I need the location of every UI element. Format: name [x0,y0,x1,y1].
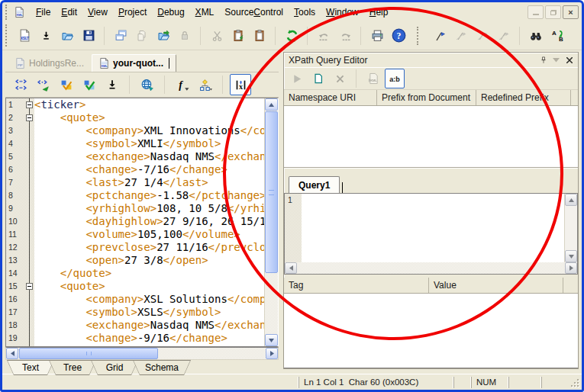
menu-file[interactable]: File [31,5,56,19]
code-line[interactable]: 15 <quote> [6,280,278,293]
scroll-down-button[interactable] [265,334,278,346]
namespace-column-header[interactable]: Prefix from Document [377,90,476,105]
new-document-dropdown-button[interactable] [35,25,56,47]
query-vertical-scrollbar[interactable] [564,194,577,262]
scroll-left-button[interactable] [6,348,18,359]
code-line[interactable]: 10 <dayhighlow>27 9/16, 26 15/16</dayhig… [6,215,278,228]
fold-column[interactable] [24,280,34,293]
panel-title-bar[interactable]: XPath Query Editor [284,53,578,67]
open-file-button[interactable] [56,25,78,47]
new-query-button[interactable] [308,69,328,88]
validate-schema-button[interactable] [79,74,100,95]
menu-project[interactable]: Project [113,5,152,19]
scroll-right-button[interactable] [266,348,278,359]
menu-xml[interactable]: XML [190,5,220,19]
query-scroll-down-button[interactable] [565,250,577,262]
query-tab[interactable]: Query1 [289,176,340,193]
find-replace-button[interactable]: AB [547,25,568,47]
editor-vertical-scrollbar[interactable] [264,98,278,346]
code-line[interactable]: 6 <change>-7/16</change> [6,163,278,176]
code-line[interactable]: 13 <open>27 3/8</open> [6,254,278,267]
paste-append-button[interactable] [227,25,249,47]
schema-diagram-button[interactable] [195,74,216,95]
query-scroll-up-button[interactable] [565,194,577,206]
query-editor[interactable]: 1 [284,193,578,262]
menu-debug[interactable]: Debug [152,5,189,19]
query-scroll-right-button[interactable] [565,262,577,274]
query-scroll-left-button[interactable] [285,262,297,274]
view-tab-schema[interactable]: Schema [133,360,191,375]
format-indent-xml-button[interactable] [10,74,31,95]
validate-document-button[interactable] [56,74,77,95]
document-tab-2[interactable]: XMLyour-quot... [92,54,176,72]
document-tab-1[interactable]: PIPHoldingsRe... [8,55,90,72]
code-line[interactable]: 3 <company>XML Innovations</company> [6,124,278,137]
vertical-scroll-thumb[interactable] [265,111,278,273]
insert-function-button[interactable]: f [172,74,193,95]
new-xslt-document-button[interactable]: XSLT [14,25,35,47]
chevron-down-icon[interactable] [550,55,562,66]
panel-close-icon[interactable] [563,55,575,66]
collapse-toggle-icon[interactable] [26,114,33,121]
result-grid-body[interactable] [284,294,578,368]
code-line[interactable]: 14 </quote> [6,267,278,280]
code-line[interactable]: 17 <symbol>XSLS</symbol> [6,306,278,319]
view-tab-tree[interactable]: Tree [49,360,96,375]
view-tab-text[interactable]: Text [7,360,54,375]
code-line[interactable]: 8 <pctchange>-1.58</pctchange> [6,189,278,202]
namespace-grid-body[interactable] [284,106,578,168]
code-line[interactable]: 19 <change>-9/16</change> [6,332,278,345]
query-horizontal-scrollbar[interactable] [284,262,578,275]
print-button[interactable] [366,25,388,47]
view-tab-grid[interactable]: Grid [91,360,138,375]
find-button[interactable] [525,25,547,47]
resize-grip[interactable] [569,378,579,387]
editor-horizontal-scrollbar[interactable] [5,347,279,360]
code-line[interactable]: 5 <exchange>Nasdaq NMS</exchange> [6,150,278,163]
namespace-column-header[interactable]: Redefined Prefix [476,90,571,105]
save-file-button[interactable] [78,25,99,47]
xml-text-editor[interactable]: 1<ticker>2 <quote>3 <company>XML Innovat… [5,98,279,347]
code-line[interactable]: 18 <exchange>Nasdaq NMS</exchange> [6,319,278,332]
help-button[interactable]: ? [388,25,409,47]
refresh-button[interactable] [281,25,302,47]
toolbar-drag-handle[interactable] [5,24,11,47]
menu-edit[interactable]: Edit [56,5,82,19]
code-line[interactable]: 4 <symbol>XMLI</symbol> [6,137,278,150]
new-window-button[interactable] [110,25,131,47]
fold-column[interactable] [24,111,34,124]
paste-button[interactable] [249,25,270,47]
code-line[interactable]: 9 <yrhighlow>108, 10 5/8</yrhighlow> [6,202,278,215]
menu-help[interactable]: Help [364,5,394,19]
toggle-bookmark-button[interactable] [429,25,450,47]
collapse-toggle-icon[interactable] [26,283,33,290]
menu-sourcecontrol[interactable]: SourceControl [219,5,289,19]
menu-window[interactable]: Window [321,5,364,19]
xpath-query-editor-toggle-button[interactable]: x [230,74,251,95]
menu-view[interactable]: View [82,5,113,19]
save-as-button[interactable] [102,74,123,95]
fold-column[interactable] [24,98,34,111]
code-line[interactable]: 2 <quote> [6,111,278,124]
code-line[interactable]: 7 <last>27 1/4</last> [6,176,278,189]
namespace-column-header[interactable]: Namespace URI [284,90,377,105]
code-line[interactable]: 11 <volume>105,100</volume> [6,228,278,241]
result-column-header[interactable]: Value [429,278,563,293]
scroll-up-button[interactable] [265,98,278,111]
menu-tools[interactable]: Tools [289,5,321,19]
open-project-button[interactable] [153,25,174,47]
pin-icon[interactable] [537,55,549,66]
result-column-header[interactable]: Tag [284,278,429,293]
check-well-formed-button[interactable] [33,74,54,95]
code-line[interactable]: 1<ticker> [6,98,278,111]
preview-in-browser-button[interactable] [137,74,158,95]
toolbar-drag-handle[interactable] [417,27,425,45]
delete-x-icon [335,74,345,84]
collapse-toggle-icon[interactable] [26,101,33,108]
code-line[interactable]: 16 <company>XSL Solutions</company> [6,293,278,306]
code-line[interactable]: 12 <prevclose>27 11/16</prevclose> [6,241,278,254]
close-button[interactable]: × [563,5,579,19]
horizontal-scroll-thumb[interactable] [19,348,158,359]
namespace-prefix-mapping-button[interactable]: a:b [385,69,405,88]
menubar-drag-handle[interactable] [5,5,11,19]
